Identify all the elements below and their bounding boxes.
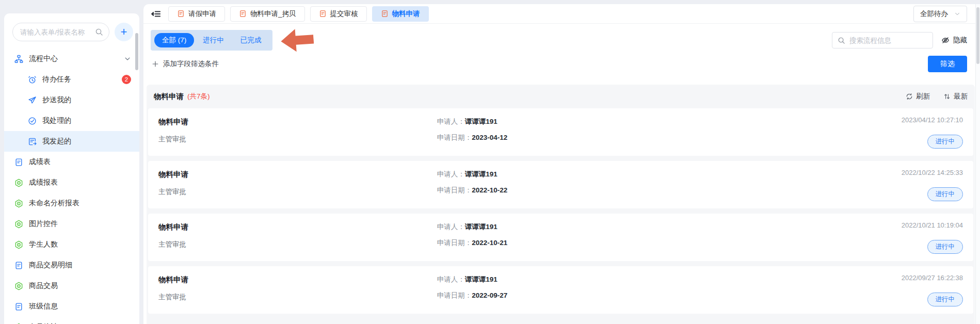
date-value: 2023-04-12 (472, 134, 507, 141)
add-filter-condition-button[interactable]: 添加字段筛选条件 (152, 59, 219, 69)
todo-filter-select[interactable]: 全部待办 (913, 6, 967, 22)
report-icon (14, 179, 23, 187)
sidebar-item[interactable]: 学生人数 (4, 234, 139, 255)
process-row[interactable]: 物料申请主管审批申请人：谭谭谭191申请日期：2022-09-272022/09… (148, 266, 973, 314)
tab-label: 物料申请 (392, 9, 420, 19)
sort-latest-button[interactable]: 最新 (943, 92, 968, 101)
status-segment[interactable]: 全部 (7) (154, 33, 194, 47)
todo-filter-value: 全部待办 (920, 9, 948, 19)
sidebar-item-label: 商品交易明细 (29, 261, 72, 270)
document-icon (319, 10, 327, 18)
page-scrollbar-thumb[interactable] (976, 7, 979, 64)
status-badge[interactable]: 进行中 (927, 135, 963, 149)
process-row[interactable]: 物料申请主管审批申请人：谭谭谭191申请日期：2022-10-222022/10… (148, 161, 973, 208)
sidebar-item-label: 班级信息 (29, 302, 58, 311)
sidebar-item-label: 抄送我的 (42, 95, 71, 105)
applicant-label: 申请人： (437, 118, 465, 125)
list-actions: 刷新 最新 (906, 92, 968, 101)
document-icon (381, 10, 389, 18)
search-icon (95, 28, 103, 36)
form-icon (14, 261, 23, 270)
send-icon (28, 96, 37, 105)
date-label: 申请日期： (437, 239, 472, 247)
sidebar-item[interactable]: 我处理的 (4, 110, 139, 131)
row-details: 申请人：谭谭谭191申请日期：2022-10-21 (437, 222, 508, 248)
filter-row-right: 隐藏 (832, 32, 967, 48)
row-details: 申请人：谭谭谭191申请日期：2022-10-22 (437, 170, 508, 195)
sidebar-item[interactable]: 未命名分析报表 (4, 193, 139, 214)
chevron-down-icon[interactable] (124, 55, 131, 62)
sidebar-item-label: 商品交易 (29, 281, 58, 290)
tab[interactable]: 请假申请 (168, 6, 225, 22)
applicant-value: 谭谭谭191 (465, 118, 497, 125)
sidebar-search-row: + (4, 13, 139, 46)
refresh-label: 刷新 (916, 92, 930, 101)
applicant-label: 申请人： (437, 276, 465, 283)
status-badge[interactable]: 进行中 (927, 187, 963, 201)
sidebar-item[interactable]: 我发起的 (4, 131, 139, 152)
status-segment[interactable]: 进行中 (195, 33, 232, 47)
sidebar-item[interactable]: 商品交易明细 (4, 255, 139, 276)
hide-toggle[interactable]: 隐藏 (941, 36, 967, 45)
row-details: 申请人：谭谭谭191申请日期：2023-04-12 (437, 117, 508, 142)
sidebar-item[interactable]: 流程中心 (4, 48, 139, 69)
status-badge[interactable]: 进行中 (927, 240, 963, 254)
sidebar-item-label: 待办任务 (42, 75, 71, 84)
report-icon (14, 282, 23, 290)
row-timestamp: 2022/10/21 10:19:04 (902, 221, 963, 229)
process-search-input[interactable] (849, 37, 927, 44)
sidebar-item[interactable]: 成绩报表 (4, 172, 139, 193)
row-details: 申请人：谭谭谭191申请日期：2022-09-27 (437, 275, 508, 300)
sidebar-item-label: 图片控件 (29, 219, 58, 229)
document-icon (177, 10, 185, 18)
sort-icon (943, 93, 951, 100)
report-icon (14, 220, 23, 229)
row-step: 主管审批 (158, 240, 963, 249)
sidebar-item-label: 我处理的 (42, 116, 71, 125)
tab[interactable]: 提交审核 (310, 6, 367, 22)
sidebar-item[interactable]: 待办任务2 (4, 69, 139, 90)
filter-button[interactable]: 筛选 (928, 56, 967, 72)
sidebar-item[interactable]: 商品统计 (4, 317, 139, 324)
initiate-icon (28, 137, 37, 146)
main-area: 请假申请物料申请_拷贝提交审核物料申请 全部待办 全部 (7)进行中已完成 隐藏 (143, 4, 975, 324)
add-condition-label: 添加字段筛选条件 (163, 59, 219, 69)
form-search-box (12, 23, 109, 41)
process-row[interactable]: 物料申请主管审批申请人：谭谭谭191申请日期：2022-10-212022/10… (148, 214, 973, 261)
page-scrollbar[interactable] (975, 4, 980, 324)
sidebar-item-label: 我发起的 (42, 137, 71, 146)
date-label: 申请日期： (437, 134, 472, 141)
sidebar-item[interactable]: 班级信息 (4, 296, 139, 317)
tab-label: 物料申请_拷贝 (250, 9, 296, 19)
tab-label: 请假申请 (188, 9, 216, 19)
sidebar-item[interactable]: 抄送我的 (4, 90, 139, 110)
status-segment[interactable]: 已完成 (233, 33, 269, 47)
process-row[interactable]: 物料申请主管审批申请人：谭谭谭191申请日期：2023-04-122023/04… (148, 108, 973, 156)
row-step: 主管审批 (158, 187, 963, 197)
refresh-button[interactable]: 刷新 (906, 92, 930, 101)
add-form-button[interactable]: + (115, 23, 133, 41)
tab[interactable]: 物料申请_拷贝 (230, 6, 305, 22)
date-value: 2022-10-21 (472, 239, 507, 247)
process-rows: 物料申请主管审批申请人：谭谭谭191申请日期：2023-04-122023/04… (148, 108, 974, 314)
refresh-icon (906, 93, 913, 100)
sidebar-item[interactable]: 成绩表 (4, 152, 139, 172)
sidebar-nav: 流程中心待办任务2抄送我的我处理的我发起的成绩表成绩报表未命名分析报表图片控件学… (4, 48, 139, 324)
form-icon (14, 302, 23, 311)
sidebar-scrollbar[interactable] (135, 33, 138, 70)
sidebar: + 流程中心待办任务2抄送我的我处理的我发起的成绩表成绩报表未命名分析报表图片控… (4, 13, 139, 324)
report-icon (14, 240, 23, 249)
status-badge[interactable]: 进行中 (927, 293, 963, 306)
sidebar-item-label: 未命名分析报表 (29, 199, 79, 208)
date-value: 2022-10-22 (472, 186, 507, 194)
hide-label: 隐藏 (953, 36, 967, 45)
process-search-box (832, 32, 933, 48)
collapse-tabs-icon[interactable] (151, 9, 161, 19)
sidebar-item-label: 成绩表 (29, 157, 51, 167)
sidebar-item[interactable]: 商品交易 (4, 276, 139, 296)
list-header: 物料申请 (共7条) 刷新 最新 (148, 85, 974, 108)
sidebar-item-label: 流程中心 (29, 54, 58, 63)
tab[interactable]: 物料申请 (372, 6, 429, 22)
sidebar-item[interactable]: 图片控件 (4, 214, 139, 234)
date-value: 2022-09-27 (472, 291, 507, 299)
